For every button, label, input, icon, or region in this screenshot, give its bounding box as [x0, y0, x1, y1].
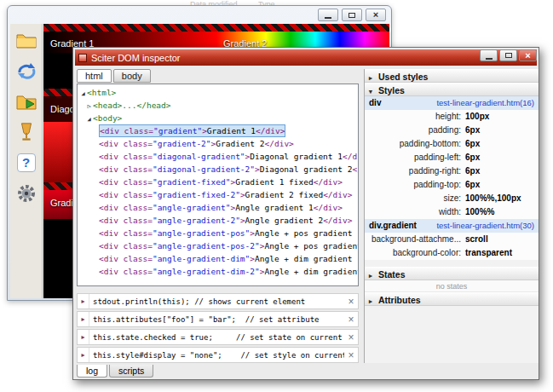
expand-arrow-icon[interactable]: ▷: [85, 101, 93, 112]
run-script-icon[interactable]: ▸: [78, 294, 89, 308]
section-header-styles[interactable]: ▾Styles: [365, 83, 539, 96]
style-property-row: padding-bottom:6px: [365, 137, 539, 151]
folder-icon[interactable]: [14, 28, 38, 51]
minimize-icon: [486, 58, 493, 60]
tree-node[interactable]: <div class="angle-gradient-dim-2">Angle …: [78, 265, 358, 278]
property-name: width:: [365, 205, 465, 219]
remove-script-icon[interactable]: ×: [344, 314, 358, 326]
property-value: 6px: [465, 178, 480, 192]
minimize-icon: [325, 17, 331, 19]
tree-node[interactable]: <div class="angle-gradient-dim">Angle + …: [78, 252, 358, 265]
run-script-icon[interactable]: ▸: [78, 330, 89, 344]
tab-body[interactable]: body: [113, 69, 151, 83]
tree-node[interactable]: <div class="gradient">Gradient 1</div>: [78, 124, 358, 137]
tree-node[interactable]: <div class="gradient-fixed">Gradient 1 f…: [78, 176, 358, 188]
tree-node[interactable]: <div class="diagonal-gradient">Diagonal …: [78, 150, 358, 163]
tree-node[interactable]: <div class="angle-gradient-pos-2">Angle …: [78, 239, 358, 252]
property-name: padding:: [365, 124, 465, 137]
folder-run-icon[interactable]: [14, 89, 38, 112]
style-rule-row: div.gradienttest-linear-gradient.htm(30): [365, 219, 539, 233]
property-value: 6px: [465, 124, 480, 137]
script-code-input[interactable]: this.state.checked = true; // set state …: [89, 333, 344, 342]
source-link[interactable]: test-linear-gradient.htm(16): [436, 96, 534, 110]
log-script-row: ▸this.state.checked = true; // set state…: [77, 329, 359, 345]
desktop: Data modified Type × ?: [0, 0, 553, 392]
style-property-row: padding-left:6px: [365, 151, 539, 164]
maximize-icon: [505, 53, 512, 58]
remove-script-icon[interactable]: ×: [344, 296, 358, 308]
section-header-attributes[interactable]: ▸Attributes: [365, 292, 539, 306]
gear-icon[interactable]: [14, 182, 38, 205]
section-header-states[interactable]: ▸States: [365, 267, 539, 280]
tree-node-text: <div class="diagonal-gradient-2">Diagona…: [99, 164, 358, 175]
tab-scripts[interactable]: scripts: [109, 365, 153, 378]
property-value: transparent: [465, 246, 512, 260]
section-header-used-styles[interactable]: ▸Used styles: [365, 69, 539, 83]
tree-node-text: <div class="angle-gradient-dim">Angle + …: [99, 253, 358, 264]
tab-log[interactable]: log: [77, 365, 107, 378]
no-states-note: no states: [365, 280, 539, 292]
collapse-arrow-icon[interactable]: ◢: [85, 113, 93, 124]
property-value: 100px: [465, 110, 489, 124]
remove-script-icon[interactable]: ×: [344, 349, 358, 361]
tree-node[interactable]: <div class="angle-gradient">Angle gradie…: [78, 201, 358, 214]
app-icon: [78, 54, 87, 62]
run-script-icon[interactable]: ▸: [78, 312, 89, 326]
tree-node[interactable]: <div class="angle-gradient-2">Angle grad…: [78, 214, 358, 227]
glass-icon[interactable]: [14, 120, 38, 143]
close-button[interactable]: ×: [366, 9, 386, 21]
script-code-input[interactable]: this.attributes["foo"] = "bar"; // set a…: [89, 315, 344, 324]
property-value: 6px: [465, 137, 480, 151]
maximize-icon: [349, 13, 355, 18]
tree-node-text: <head>...</head>: [93, 100, 171, 111]
close-button[interactable]: ×: [519, 49, 537, 61]
log-script-row: ▸this.attributes["foo"] = "bar"; // set …: [77, 311, 359, 327]
rule-selector: div.gradient: [369, 219, 417, 233]
remove-script-icon[interactable]: ×: [344, 331, 358, 343]
tree-node[interactable]: ▷<head>...</head>: [78, 99, 358, 112]
section-arrow-icon: ▸: [369, 295, 378, 308]
log-script-row: ▸stdout.println(this); // shows current …: [77, 293, 359, 309]
tree-node[interactable]: <div class="gradient-fixed-2">Gradient 2…: [78, 188, 358, 201]
window-title: Sciter DOM inspector: [91, 53, 181, 63]
run-script-icon[interactable]: ▸: [78, 348, 89, 362]
property-value: 6px: [465, 151, 480, 164]
caption-buttons: ×: [318, 9, 386, 21]
tree-node[interactable]: <div class="diagonal-gradient-2">Diagona…: [78, 163, 358, 176]
log-panel: ▸stdout.println(this); // shows current …: [77, 293, 359, 365]
source-link[interactable]: test-linear-gradient.htm(30): [436, 219, 534, 233]
element-path-bar: html body: [77, 69, 151, 83]
maximize-button[interactable]: [499, 49, 517, 61]
bottom-tabs: log scripts: [77, 365, 153, 378]
minimize-button[interactable]: [318, 9, 338, 21]
tree-node[interactable]: <div class="gradient-2">Gradient 2</div>: [78, 137, 358, 150]
tab-html[interactable]: html: [77, 69, 112, 83]
titlebar[interactable]: Sciter DOM inspector: [75, 49, 537, 66]
refresh-icon[interactable]: [14, 59, 38, 82]
striped-border: [43, 24, 389, 32]
inspector-window: Sciter DOM inspector × html body ◢<html>…: [72, 47, 539, 380]
styles-panel: ▸Used styles▾Stylesdivtest-linear-gradie…: [364, 69, 539, 363]
tree-node[interactable]: <div class="angle-gradient-pos">Angle + …: [78, 227, 358, 239]
tree-node[interactable]: ◢<body>: [78, 112, 358, 124]
help-icon[interactable]: ?: [14, 151, 38, 174]
tree-node[interactable]: ◢<html>: [78, 86, 358, 99]
style-property-row: height:100px: [365, 110, 539, 124]
minimize-button[interactable]: [480, 49, 498, 61]
log-script-row: ▸this.style#display = "none"; // set sty…: [77, 347, 359, 363]
tree-node-text: <div class="gradient-2">Gradient 2</div>: [99, 138, 294, 149]
rule-selector: div: [369, 96, 381, 110]
tree-node-text: <div class="angle-gradient-pos-2">Angle …: [99, 240, 358, 251]
collapse-arrow-icon[interactable]: ◢: [79, 88, 87, 99]
script-code-input[interactable]: this.style#display = "none"; // set styl…: [89, 351, 344, 360]
style-property-row: size:100%%,100px: [365, 192, 539, 205]
property-name: padding-bottom:: [365, 137, 465, 151]
property-value: 100%%,100px: [465, 192, 521, 205]
property-name: height:: [365, 110, 465, 124]
script-code-input[interactable]: stdout.println(this); // shows current e…: [89, 297, 344, 306]
style-property-row: padding-right:6px: [365, 164, 539, 178]
property-value: 100%%: [465, 205, 494, 219]
style-property-row: padding-top:6px: [365, 178, 539, 192]
maximize-button[interactable]: [342, 9, 362, 21]
property-name: background-attachme...: [365, 233, 465, 246]
